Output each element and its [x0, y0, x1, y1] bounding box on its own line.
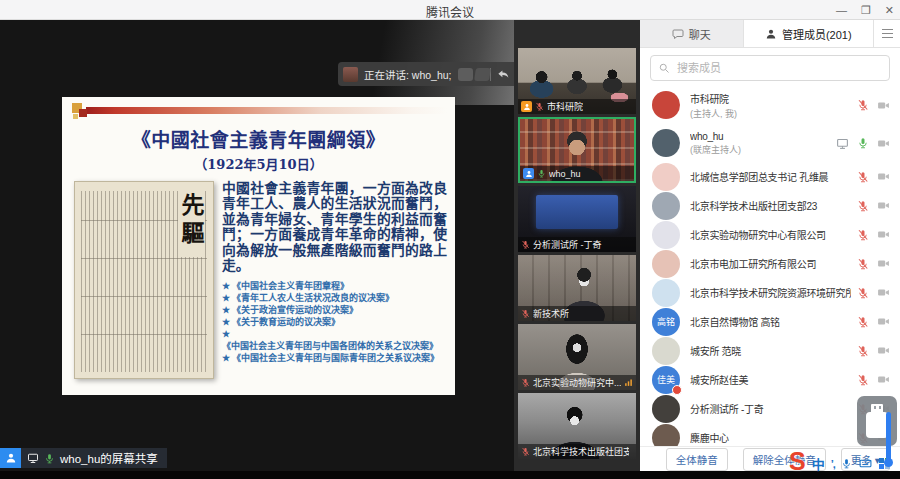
member-row[interactable]: 佳美 城安所赵佳美 [640, 365, 900, 394]
camera-icon[interactable] [877, 170, 890, 183]
restore-button[interactable]: ❐ [861, 0, 871, 20]
mic-muted-icon [521, 309, 530, 318]
ime-mic-icon[interactable] [841, 458, 852, 469]
member-count-badge[interactable] [0, 448, 21, 468]
video-tile[interactable]: 新技术所 [518, 255, 636, 321]
person-icon [765, 28, 777, 40]
speaking-indicator: 正在讲话: who_hu; [338, 62, 518, 86]
panel-tabs: 聊天 管理成员(201) [640, 20, 900, 48]
close-button[interactable]: ✕ [885, 0, 894, 20]
camera-icon[interactable] [877, 315, 890, 328]
redacted-speaker-names [458, 68, 473, 81]
mic-on-icon [44, 453, 55, 464]
bullet-item: ★《中国社会主义青年团章程》 [222, 280, 447, 292]
mute-all-button[interactable]: 全体静音 [666, 448, 728, 471]
bullet-item: ★《中国社会主义青年团与中国各团体的关系之议决案》 [222, 328, 447, 352]
share-status-text: who_hu的屏幕共享 [60, 450, 158, 466]
tile-name: 分析测试所 -丁奇 [533, 238, 602, 251]
scrollbar-handle[interactable] [886, 412, 891, 462]
mic-muted-icon[interactable] [857, 258, 869, 270]
mic-muted-icon[interactable] [857, 374, 869, 386]
member-row[interactable]: 北京市电加工研究所有限公司 [640, 249, 900, 278]
tab-chat[interactable]: 聊天 [640, 20, 744, 47]
avatar [652, 279, 680, 307]
slide-subtitle: （1922年5月10日） [62, 154, 455, 173]
mic-on-icon[interactable] [857, 137, 869, 149]
camera-icon[interactable] [877, 99, 890, 112]
tile-name: who_hu [549, 169, 581, 179]
window-controls: — ❐ ✕ [836, 0, 894, 20]
mic-muted-icon [535, 102, 544, 111]
mic-muted-icon[interactable] [857, 345, 869, 357]
video-tile[interactable]: 北京实验动物研究中... [518, 324, 636, 390]
avatar [652, 129, 680, 157]
member-search[interactable] [650, 55, 890, 81]
avatar [652, 163, 680, 191]
member-list: 市科研院(主持人, 我) who_hu(联席主持人) 北城信息学部团总支书记 孔… [640, 86, 900, 446]
mic-muted-icon[interactable] [857, 229, 869, 241]
screen-share-icon [27, 452, 39, 464]
mic-muted-icon[interactable] [857, 287, 869, 299]
reply-arrow-icon[interactable] [497, 68, 510, 81]
video-tile-active-speaker[interactable]: who_hu [518, 117, 636, 183]
window-title: 腾讯会议 [0, 3, 900, 20]
slide-paragraph: 中國社會主義青年團，一方面為改良青年工人、農人的生活狀況而奮鬥，並為青年婦女、青… [222, 181, 447, 274]
video-tile[interactable]: 分析测试所 -丁奇 [518, 186, 636, 252]
video-tile[interactable]: 市科研院 [518, 48, 636, 114]
camera-icon[interactable] [877, 286, 890, 299]
tencent-meeting-window: 腾讯会议 — ❐ ✕ 正在讲话: who_hu; 《中國社會主義青年團綱領》 （… [0, 0, 900, 479]
bottom-edge-bar [0, 471, 900, 479]
newspaper-image: 先驅 [74, 181, 214, 379]
camera-icon[interactable] [877, 228, 890, 241]
member-row[interactable]: who_hu(联席主持人) [640, 124, 900, 162]
search-icon [658, 62, 670, 74]
screen-share-status: who_hu的屏幕共享 [0, 448, 167, 468]
mic-muted-icon[interactable] [857, 99, 869, 111]
speaker-avatar [343, 67, 358, 82]
bullet-item: ★《青年工人农人生活状况改良的议决案》 [222, 292, 447, 304]
panel-menu-button[interactable] [873, 20, 900, 47]
sogou-logo-icon[interactable]: S [789, 449, 806, 474]
screen-share-icon[interactable] [836, 137, 849, 150]
member-row[interactable]: 高铭 北京自然博物馆 高铭 [640, 307, 900, 336]
ime-toolbar: S 中 ’, [789, 450, 890, 477]
avatar [652, 337, 680, 365]
camera-icon[interactable] [877, 257, 890, 270]
slide-bullet-list: ★《中国社会主义青年团章程》 ★《青年工人农人生活状况改良的议决案》 ★《关于政… [222, 280, 447, 364]
camera-icon[interactable] [877, 344, 890, 357]
mic-muted-icon[interactable] [857, 171, 869, 183]
camera-icon[interactable] [877, 199, 890, 212]
speaking-label: 正在讲话: who_hu; [364, 67, 452, 82]
bullet-item: ★《中国社会主义青年团与国际青年团之关系议决案》 [222, 352, 447, 364]
redacted-speaker-names [474, 68, 491, 81]
member-row[interactable]: 北城信息学部团总支书记 孔维晨 [640, 162, 900, 191]
avatar [652, 424, 680, 447]
member-row[interactable]: 北京市科学技术研究院资源环境研究所-魏婷 [640, 278, 900, 307]
minimize-button[interactable]: — [836, 0, 847, 20]
ime-language-toggle[interactable]: 中 [812, 454, 825, 473]
mic-muted-icon [521, 378, 530, 387]
cohost-badge-icon [523, 168, 534, 179]
mic-on-icon [537, 169, 546, 178]
usb-device-toast [857, 396, 897, 446]
member-row[interactable]: 城安所 范晓 [640, 336, 900, 365]
camera-icon[interactable] [877, 373, 890, 386]
ime-punctuation-toggle[interactable]: ’, [831, 458, 835, 470]
mic-muted-icon [521, 447, 530, 456]
mic-muted-icon[interactable] [857, 200, 869, 212]
tab-manage-members[interactable]: 管理成员(201) [744, 20, 873, 47]
camera-icon[interactable] [877, 137, 890, 150]
title-bar: 腾讯会议 — ❐ ✕ [0, 0, 900, 20]
member-row[interactable]: 市科研院(主持人, 我) [640, 86, 900, 124]
usb-drive-icon [866, 404, 888, 438]
member-search-input[interactable] [675, 61, 882, 75]
tile-name: 市科研院 [547, 100, 583, 113]
member-row[interactable]: 北京实验动物研究中心有限公司 [640, 220, 900, 249]
member-row[interactable]: 北京科学技术出版社团支部23 [640, 191, 900, 220]
avatar [652, 395, 680, 423]
ime-keyboard-icon[interactable] [858, 457, 873, 470]
tile-name: 新技术所 [533, 307, 569, 320]
mic-muted-icon[interactable] [857, 316, 869, 328]
video-tile[interactable]: 北京科学技术出版社团支... [518, 393, 636, 459]
presentation-slide: 《中國社會主義青年團綱領》 （1922年5月10日） 先驅 中國社會主義青年團，… [62, 97, 455, 395]
